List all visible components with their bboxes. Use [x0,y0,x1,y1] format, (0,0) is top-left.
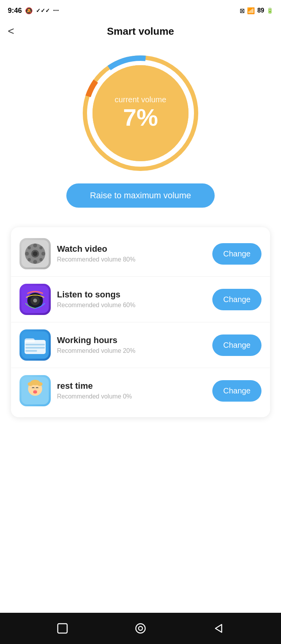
rest-time-icon [20,375,51,406]
battery-cancel-icon: ⊠ [240,7,245,14]
back-nav-button[interactable] [209,619,228,638]
battery-icon: 🔋 [267,7,273,14]
rest-time-change-button[interactable]: Change [212,380,261,402]
svg-point-20 [33,299,37,302]
working-hours-icon [20,329,51,361]
gauge-value: 7% [115,104,166,131]
working-hours-name: Working hours [57,335,206,345]
watch-video-icon [20,238,51,269]
listen-songs-rec: Recommended volume 60% [57,301,206,310]
status-right-area: ⊠ 📶 89 🔋 [240,7,273,14]
working-hours-text: Working hours Recommended volume 20% [57,335,206,355]
gauge-section: current volume 7% Raise to maximum volum… [0,43,281,219]
listen-songs-change-button[interactable]: Change [212,289,261,310]
wifi-icon: 📶 [247,7,255,14]
list-item: rest time Recommended volume 0% Change [11,368,270,413]
svg-point-31 [28,382,33,386]
raise-volume-button[interactable]: Raise to maximum volume [66,183,215,208]
volume-gauge: current volume 7% [78,51,203,176]
svg-point-16 [33,251,37,256]
svg-point-35 [29,397,41,404]
svg-point-11 [41,252,45,256]
gauge-label: current volume [115,95,166,104]
home-button[interactable] [131,619,150,638]
check-icons: ✓✓✓ [36,7,50,14]
listen-songs-icon [20,284,51,315]
svg-point-12 [28,246,31,249]
svg-point-8 [33,244,37,247]
svg-point-38 [139,626,142,630]
svg-rect-27 [25,350,37,352]
listen-songs-text: Listen to songs Recommended volume 60% [57,290,206,310]
status-bar: 9:46 🔕 ✓✓✓ ··· ⊠ 📶 89 🔋 [0,0,281,20]
list-item: Watch video Recommended volume 80% Chang… [11,231,270,277]
time-display: 9:46 [8,7,22,15]
list-item: Working hours Recommended volume 20% Cha… [11,322,270,368]
rest-time-rec: Recommended volume 0% [57,393,206,401]
watch-video-text: Watch video Recommended volume 80% [57,244,206,264]
svg-point-37 [136,624,145,633]
mute-icon: 🔕 [25,7,33,14]
svg-point-32 [37,382,43,386]
working-hours-rec: Recommended volume 20% [57,347,206,355]
bottom-navigation [0,613,281,644]
list-item: Listen to songs Recommended volume 60% C… [11,277,270,322]
recent-apps-button[interactable] [53,619,72,638]
status-time-area: 9:46 🔕 ✓✓✓ ··· [8,7,59,15]
battery-level: 89 [257,7,264,14]
svg-rect-25 [25,344,45,345]
watch-video-name: Watch video [57,244,206,254]
watch-video-rec: Recommended volume 80% [57,256,206,264]
svg-point-14 [39,246,43,249]
svg-rect-34 [33,391,37,393]
svg-point-9 [33,260,37,264]
svg-point-13 [39,258,43,261]
svg-point-15 [28,258,31,261]
watch-video-change-button[interactable]: Change [212,243,261,265]
more-icon: ··· [53,7,59,15]
rest-time-text: rest time Recommended volume 0% [57,381,206,401]
svg-rect-26 [25,347,45,349]
working-hours-change-button[interactable]: Change [212,334,261,356]
page-title: Smart volume [8,25,273,37]
spacer [0,425,281,613]
svg-marker-39 [215,624,222,632]
page-header: < Smart volume [0,20,281,43]
svg-point-10 [25,252,29,256]
gauge-inner-text: current volume 7% [115,95,166,131]
svg-rect-36 [58,624,67,633]
listen-songs-name: Listen to songs [57,290,206,300]
back-button[interactable]: < [8,25,14,37]
rest-time-name: rest time [57,381,206,391]
items-card: Watch video Recommended volume 80% Chang… [11,227,270,417]
